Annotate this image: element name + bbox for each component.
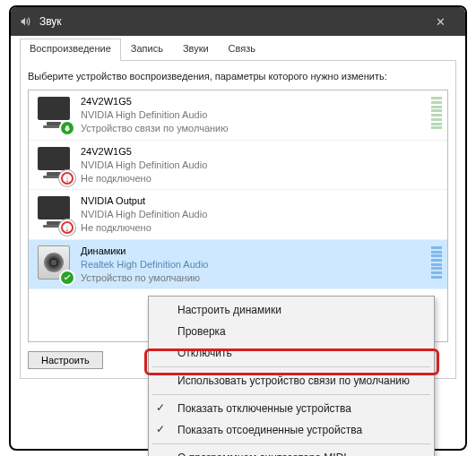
device-status: Не подключено (81, 221, 442, 235)
ctx-default-comm-device[interactable]: Использовать устройство связи по умолчан… (151, 370, 432, 391)
monitor-icon: ↓ (34, 145, 74, 185)
context-menu: Настроить динамики Проверка Отключить Ис… (148, 296, 435, 456)
device-info: 24V2W1G5 NVIDIA High Definition Audio Ус… (81, 95, 428, 135)
device-status: Не подключено (81, 172, 442, 185)
ctx-separator (152, 366, 430, 367)
monitor-icon: ↓ (34, 194, 74, 234)
tab-strip: Воспроизведение Запись Звуки Связь (20, 38, 456, 61)
device-item[interactable]: 24V2W1G5 NVIDIA High Definition Audio Ус… (29, 90, 447, 141)
device-status: Устройство связи по умолчанию (81, 122, 428, 135)
ctx-disable[interactable]: Отключить (151, 342, 432, 364)
window-title: Звук (39, 15, 422, 28)
level-meter (431, 95, 442, 131)
tab-communications[interactable]: Связь (219, 39, 265, 61)
check-icon: ✓ (156, 423, 165, 435)
monitor-icon (34, 95, 74, 134)
configure-button[interactable]: Настроить (28, 351, 103, 369)
ctx-label: Показать отсоединенные устройства (177, 424, 362, 436)
device-item-selected[interactable]: Динамики Realtek High Definition Audio У… (29, 240, 447, 290)
status-ok-icon (59, 120, 75, 136)
device-name: Динамики (81, 245, 428, 258)
device-desc: NVIDIA High Definition Audio (81, 208, 442, 221)
speaker-icon (34, 245, 74, 284)
sound-icon (18, 14, 32, 29)
ctx-separator (152, 394, 430, 395)
tab-sounds[interactable]: Звуки (173, 39, 219, 61)
ctx-show-disconnected[interactable]: ✓ Показать отсоединенные устройства (151, 419, 432, 441)
close-button[interactable]: ✕ (422, 15, 458, 29)
ctx-separator (152, 443, 430, 444)
status-ok-icon (59, 270, 75, 286)
ctx-show-disabled[interactable]: ✓ Показать отключенные устройства (151, 398, 432, 419)
status-disconnected-icon: ↓ (59, 219, 75, 236)
device-name: 24V2W1G5 (81, 145, 442, 159)
device-info: NVIDIA Output NVIDIA High Definition Aud… (81, 194, 442, 235)
check-icon: ✓ (156, 401, 165, 414)
tab-playback[interactable]: Воспроизведение (20, 39, 121, 61)
level-meter (431, 245, 442, 280)
tab-recording[interactable]: Запись (121, 39, 173, 61)
ctx-label: Показать отключенные устройства (177, 402, 351, 415)
device-desc: NVIDIA High Definition Audio (81, 108, 428, 122)
status-disconnected-icon: ↓ (59, 170, 75, 186)
device-name: 24V2W1G5 (81, 95, 428, 108)
device-desc: NVIDIA High Definition Audio (81, 159, 442, 172)
device-name: NVIDIA Output (81, 194, 442, 208)
instruction-text: Выберите устройство воспроизведения, пар… (28, 70, 448, 82)
ctx-test[interactable]: Проверка (151, 321, 432, 342)
device-info: 24V2W1G5 NVIDIA High Definition Audio Не… (81, 145, 442, 185)
device-desc: Realtek High Definition Audio (81, 258, 428, 271)
ctx-configure-speakers[interactable]: Настроить динамики (151, 299, 432, 321)
ctx-midi-about[interactable]: О программном синтезаторе MIDI (151, 447, 432, 456)
device-info: Динамики Realtek High Definition Audio У… (81, 245, 428, 285)
device-item[interactable]: ↓ 24V2W1G5 NVIDIA High Definition Audio … (29, 141, 447, 191)
device-item[interactable]: ↓ NVIDIA Output NVIDIA High Definition A… (29, 190, 447, 240)
device-status: Устройство по умолчанию (81, 271, 428, 285)
titlebar[interactable]: Звук ✕ (11, 7, 465, 36)
